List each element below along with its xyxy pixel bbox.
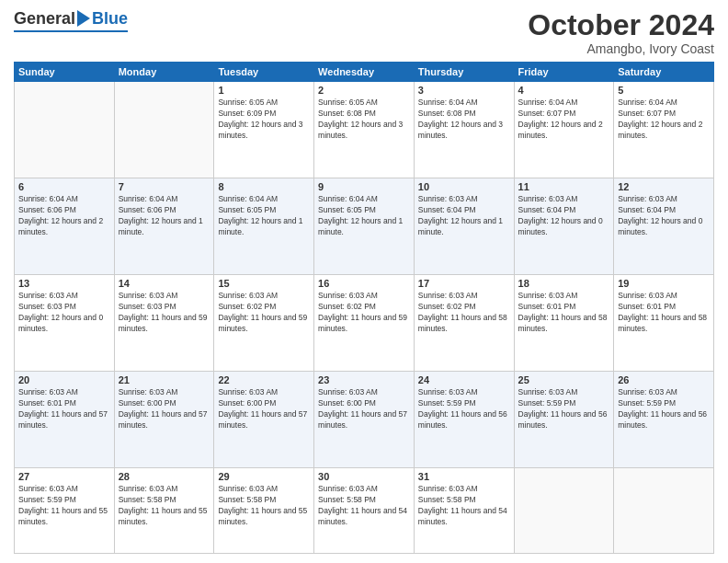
day-number: 1	[218, 85, 310, 96]
col-sunday: Sunday	[15, 63, 115, 82]
day-number: 5	[618, 85, 710, 96]
day-number: 29	[218, 471, 310, 482]
table-row: 18Sunrise: 6:03 AMSunset: 6:01 PMDayligh…	[514, 275, 614, 372]
table-row: 19Sunrise: 6:03 AMSunset: 6:01 PMDayligh…	[614, 275, 714, 372]
table-row: 13Sunrise: 6:03 AMSunset: 6:03 PMDayligh…	[15, 275, 115, 372]
day-info: Sunrise: 6:03 AMSunset: 6:02 PMDaylight:…	[418, 291, 510, 335]
day-info: Sunrise: 6:03 AMSunset: 6:00 PMDaylight:…	[119, 387, 210, 431]
day-number: 7	[119, 181, 210, 192]
day-info: Sunrise: 6:03 AMSunset: 6:03 PMDaylight:…	[18, 291, 110, 335]
table-row: 8Sunrise: 6:04 AMSunset: 6:05 PMDaylight…	[214, 178, 314, 275]
table-row: 29Sunrise: 6:03 AMSunset: 5:58 PMDayligh…	[214, 467, 314, 553]
day-info: Sunrise: 6:04 AMSunset: 6:07 PMDaylight:…	[518, 98, 610, 142]
table-row: 26Sunrise: 6:03 AMSunset: 5:59 PMDayligh…	[614, 372, 714, 468]
table-row: 28Sunrise: 6:03 AMSunset: 5:58 PMDayligh…	[114, 467, 214, 553]
col-friday: Friday	[514, 63, 614, 82]
day-number: 12	[618, 181, 710, 192]
day-number: 14	[119, 278, 210, 289]
table-row	[514, 467, 614, 553]
table-row: 25Sunrise: 6:03 AMSunset: 5:59 PMDayligh…	[514, 372, 614, 468]
day-number: 30	[318, 471, 410, 482]
day-number: 6	[18, 181, 110, 192]
page: General Blue October 2024 Amangbo, Ivory…	[0, 0, 728, 563]
day-info: Sunrise: 6:03 AMSunset: 6:01 PMDaylight:…	[618, 291, 710, 335]
day-info: Sunrise: 6:04 AMSunset: 6:07 PMDaylight:…	[618, 98, 710, 142]
table-row: 16Sunrise: 6:03 AMSunset: 6:02 PMDayligh…	[314, 275, 415, 372]
day-info: Sunrise: 6:03 AMSunset: 5:59 PMDaylight:…	[418, 387, 510, 431]
day-info: Sunrise: 6:03 AMSunset: 5:58 PMDaylight:…	[119, 484, 210, 528]
table-row	[614, 467, 714, 553]
calendar-week-row: 20Sunrise: 6:03 AMSunset: 6:01 PMDayligh…	[15, 372, 714, 468]
table-row: 31Sunrise: 6:03 AMSunset: 5:58 PMDayligh…	[414, 467, 514, 553]
day-number: 22	[218, 374, 310, 385]
day-number: 10	[418, 181, 510, 192]
table-row: 10Sunrise: 6:03 AMSunset: 6:04 PMDayligh…	[414, 178, 514, 275]
table-row: 22Sunrise: 6:03 AMSunset: 6:00 PMDayligh…	[214, 372, 314, 468]
table-row: 23Sunrise: 6:03 AMSunset: 6:00 PMDayligh…	[314, 372, 415, 468]
col-monday: Monday	[114, 63, 214, 82]
day-number: 23	[318, 374, 410, 385]
calendar-table: Sunday Monday Tuesday Wednesday Thursday…	[14, 62, 714, 554]
day-number: 9	[318, 181, 410, 192]
calendar-week-row: 27Sunrise: 6:03 AMSunset: 5:59 PMDayligh…	[15, 467, 714, 553]
day-number: 3	[418, 85, 510, 96]
day-info: Sunrise: 6:03 AMSunset: 6:00 PMDaylight:…	[318, 387, 410, 431]
location-title: Amangbo, Ivory Coast	[528, 41, 714, 56]
table-row: 24Sunrise: 6:03 AMSunset: 5:59 PMDayligh…	[414, 372, 514, 468]
logo-blue: Blue	[92, 9, 128, 29]
table-row	[15, 82, 115, 178]
table-row: 7Sunrise: 6:04 AMSunset: 6:06 PMDaylight…	[114, 178, 214, 275]
svg-marker-0	[77, 10, 90, 27]
table-row: 20Sunrise: 6:03 AMSunset: 6:01 PMDayligh…	[15, 372, 115, 468]
day-number: 4	[518, 85, 610, 96]
col-wednesday: Wednesday	[314, 63, 415, 82]
day-info: Sunrise: 6:05 AMSunset: 6:08 PMDaylight:…	[318, 98, 410, 142]
col-thursday: Thursday	[414, 63, 514, 82]
day-number: 31	[418, 471, 510, 482]
table-row: 2Sunrise: 6:05 AMSunset: 6:08 PMDaylight…	[314, 82, 415, 178]
table-row: 6Sunrise: 6:04 AMSunset: 6:06 PMDaylight…	[15, 178, 115, 275]
day-info: Sunrise: 6:03 AMSunset: 5:58 PMDaylight:…	[318, 484, 410, 528]
day-info: Sunrise: 6:03 AMSunset: 5:59 PMDaylight:…	[618, 387, 710, 431]
day-info: Sunrise: 6:04 AMSunset: 6:05 PMDaylight:…	[218, 194, 310, 238]
table-row: 11Sunrise: 6:03 AMSunset: 6:04 PMDayligh…	[514, 178, 614, 275]
day-info: Sunrise: 6:03 AMSunset: 6:03 PMDaylight:…	[119, 291, 210, 335]
day-info: Sunrise: 6:03 AMSunset: 5:58 PMDaylight:…	[418, 484, 510, 528]
day-info: Sunrise: 6:04 AMSunset: 6:06 PMDaylight:…	[18, 194, 110, 238]
day-number: 19	[618, 278, 710, 289]
table-row: 4Sunrise: 6:04 AMSunset: 6:07 PMDaylight…	[514, 82, 614, 178]
day-info: Sunrise: 6:03 AMSunset: 6:04 PMDaylight:…	[418, 194, 510, 238]
day-number: 15	[218, 278, 310, 289]
calendar-week-row: 1Sunrise: 6:05 AMSunset: 6:09 PMDaylight…	[15, 82, 714, 178]
logo-divider	[14, 30, 128, 32]
day-number: 27	[18, 471, 110, 482]
day-info: Sunrise: 6:04 AMSunset: 6:06 PMDaylight:…	[119, 194, 210, 238]
day-info: Sunrise: 6:04 AMSunset: 6:05 PMDaylight:…	[318, 194, 410, 238]
day-info: Sunrise: 6:03 AMSunset: 6:01 PMDaylight:…	[518, 291, 610, 335]
day-info: Sunrise: 6:03 AMSunset: 6:00 PMDaylight:…	[218, 387, 310, 431]
day-number: 8	[218, 181, 310, 192]
day-number: 11	[518, 181, 610, 192]
logo-icon	[77, 10, 90, 27]
day-number: 20	[18, 374, 110, 385]
col-tuesday: Tuesday	[214, 63, 314, 82]
calendar-header-row: Sunday Monday Tuesday Wednesday Thursday…	[15, 63, 714, 82]
table-row: 9Sunrise: 6:04 AMSunset: 6:05 PMDaylight…	[314, 178, 415, 275]
col-saturday: Saturday	[614, 63, 714, 82]
day-info: Sunrise: 6:03 AMSunset: 6:02 PMDaylight:…	[318, 291, 410, 335]
day-number: 26	[618, 374, 710, 385]
day-number: 2	[318, 85, 410, 96]
day-number: 17	[418, 278, 510, 289]
day-info: Sunrise: 6:03 AMSunset: 5:58 PMDaylight:…	[218, 484, 310, 528]
header: General Blue October 2024 Amangbo, Ivory…	[14, 9, 714, 56]
day-number: 21	[119, 374, 210, 385]
day-info: Sunrise: 6:03 AMSunset: 6:02 PMDaylight:…	[218, 291, 310, 335]
logo-general: General	[14, 9, 75, 29]
table-row: 3Sunrise: 6:04 AMSunset: 6:08 PMDaylight…	[414, 82, 514, 178]
day-info: Sunrise: 6:03 AMSunset: 6:01 PMDaylight:…	[18, 387, 110, 431]
table-row: 5Sunrise: 6:04 AMSunset: 6:07 PMDaylight…	[614, 82, 714, 178]
calendar-week-row: 13Sunrise: 6:03 AMSunset: 6:03 PMDayligh…	[15, 275, 714, 372]
day-number: 16	[318, 278, 410, 289]
month-title: October 2024	[528, 9, 714, 41]
table-row: 1Sunrise: 6:05 AMSunset: 6:09 PMDaylight…	[214, 82, 314, 178]
